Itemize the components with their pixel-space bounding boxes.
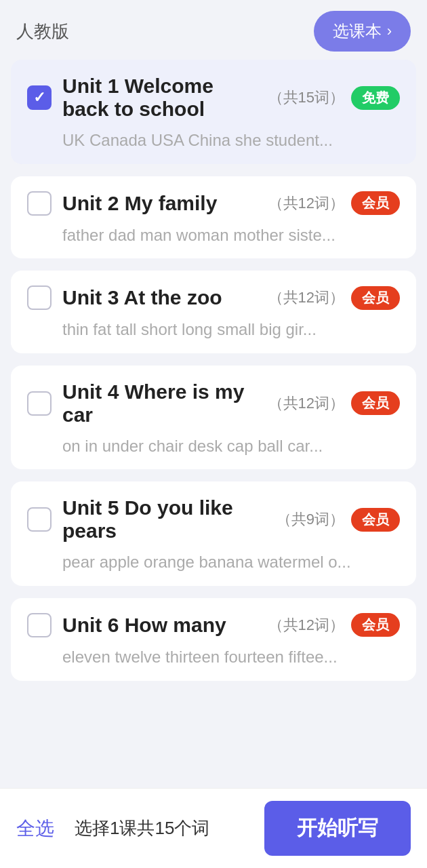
unit-words-3: thin fat tall short long small big gir..… [27, 318, 400, 341]
select-book-label: 选课本 [333, 20, 382, 42]
unit-checkbox-2[interactable] [27, 191, 52, 216]
unit-title-3: Unit 3 At the zoo [62, 286, 258, 309]
badge-2: 会员 [351, 191, 400, 215]
badge-5: 会员 [351, 508, 400, 532]
unit-meta-5: （共9词） 会员 [277, 508, 400, 532]
unit-header-3: Unit 3 At the zoo （共12词） 会员 [27, 285, 400, 310]
unit-meta-2: （共12词） 会员 [268, 191, 400, 215]
unit-checkbox-6[interactable] [27, 613, 52, 637]
unit-header-6: Unit 6 How many （共12词） 会员 [27, 613, 400, 637]
word-count-6: （共12词） [268, 615, 344, 635]
unit-words-1: UK Canada USA China she student... [27, 129, 400, 152]
unit-title-1: Unit 1 Welcome back to school [62, 75, 258, 121]
unit-words-4: on in under chair desk cap ball car... [27, 435, 400, 458]
start-dictation-button[interactable]: 开始听写 [264, 801, 411, 856]
unit-item-6[interactable]: Unit 6 How many （共12词） 会员 eleven twelve … [11, 598, 416, 681]
unit-title-2: Unit 2 My family [62, 192, 258, 215]
select-all-button[interactable]: 全选 [16, 816, 54, 842]
badge-3: 会员 [351, 286, 400, 310]
unit-checkbox-3[interactable] [27, 285, 52, 310]
word-count-2: （共12词） [268, 193, 344, 214]
selection-info: 选择1课共15个词 [75, 816, 264, 840]
unit-header-5: Unit 5 Do you like pears （共9词） 会员 [27, 496, 400, 542]
unit-words-2: father dad man woman mother siste... [27, 224, 400, 247]
word-count-1: （共15词） [268, 87, 344, 108]
publisher-label: 人教版 [16, 20, 69, 43]
unit-list: Unit 1 Welcome back to school （共15词） 免费 … [0, 60, 427, 693]
unit-title-4: Unit 4 Where is my car [62, 380, 258, 427]
unit-meta-1: （共15词） 免费 [268, 86, 400, 110]
unit-header-4: Unit 4 Where is my car （共12词） 会员 [27, 380, 400, 427]
badge-4: 会员 [351, 391, 400, 415]
unit-meta-3: （共12词） 会员 [268, 286, 400, 310]
unit-header-2: Unit 2 My family （共12词） 会员 [27, 191, 400, 216]
unit-title-5: Unit 5 Do you like pears [62, 496, 266, 542]
unit-words-5: pear apple orange banana watermel o... [27, 551, 400, 574]
unit-item-1[interactable]: Unit 1 Welcome back to school （共15词） 免费 … [11, 60, 416, 164]
unit-item-2[interactable]: Unit 2 My family （共12词） 会员 father dad ma… [11, 176, 416, 259]
select-book-button[interactable]: 选课本 › [314, 11, 411, 52]
word-count-4: （共12词） [268, 393, 344, 414]
word-count-3: （共12词） [268, 288, 344, 308]
bottom-bar: 全选 选择1课共15个词 开始听写 [0, 788, 427, 868]
unit-meta-4: （共12词） 会员 [268, 391, 400, 415]
badge-1: 免费 [351, 86, 400, 110]
badge-6: 会员 [351, 613, 400, 637]
unit-meta-6: （共12词） 会员 [268, 613, 400, 637]
unit-title-6: Unit 6 How many [62, 614, 258, 637]
unit-checkbox-4[interactable] [27, 391, 52, 416]
unit-header-1: Unit 1 Welcome back to school （共15词） 免费 [27, 75, 400, 121]
unit-words-6: eleven twelve thirteen fourteen fiftee..… [27, 646, 400, 669]
word-count-5: （共9词） [277, 509, 344, 530]
unit-item-5[interactable]: Unit 5 Do you like pears （共9词） 会员 pear a… [11, 481, 416, 586]
arrow-icon: › [387, 22, 392, 40]
unit-item-4[interactable]: Unit 4 Where is my car （共12词） 会员 on in u… [11, 366, 416, 470]
unit-checkbox-5[interactable] [27, 507, 52, 532]
unit-item-3[interactable]: Unit 3 At the zoo （共12词） 会员 thin fat tal… [11, 271, 416, 353]
header: 人教版 选课本 › [0, 0, 427, 60]
unit-checkbox-1[interactable] [27, 85, 52, 110]
